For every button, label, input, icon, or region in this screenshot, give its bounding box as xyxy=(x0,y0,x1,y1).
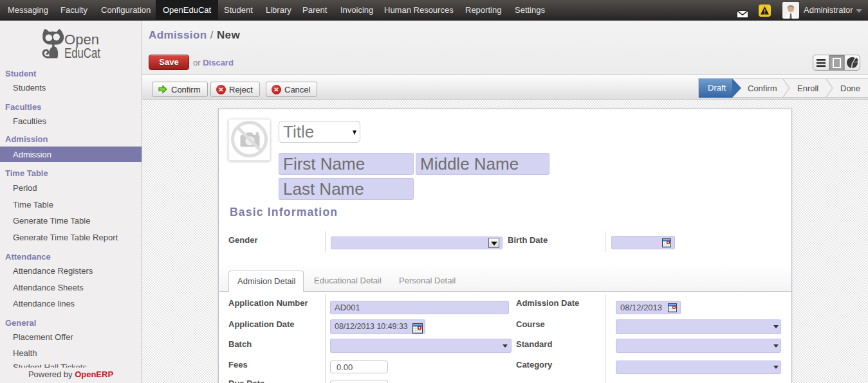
svg-text:EduCat: EduCat xyxy=(64,45,101,61)
